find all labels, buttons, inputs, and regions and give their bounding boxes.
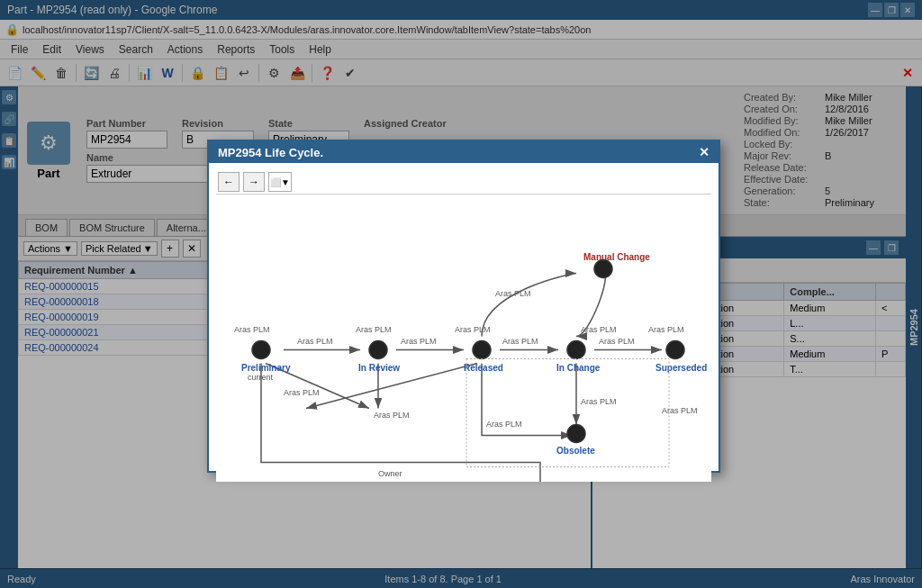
edge-label-1: Aras PLM — [297, 337, 333, 346]
node-inchange[interactable] — [567, 341, 585, 359]
node-superseded[interactable] — [666, 341, 684, 359]
label-released: Released — [464, 363, 503, 373]
label-manualchange: Manual Change — [583, 252, 650, 262]
modal-body: ← → ⬜▼ — [209, 163, 719, 489]
node-released[interactable] — [473, 341, 491, 359]
top-label-2: Aras PLM — [356, 325, 392, 334]
edge-label-owner: Owner — [378, 469, 402, 478]
modal-header: MP2954 Life Cycle. ✕ — [209, 141, 719, 163]
label-current: current — [248, 373, 274, 382]
zoom-icon: ⬜▼ — [270, 177, 290, 187]
node-obsolete[interactable] — [567, 425, 585, 443]
node-preliminary[interactable] — [252, 341, 270, 359]
top-label-5: Aras PLM — [648, 325, 684, 334]
edge-label-8: Aras PLM — [284, 388, 320, 397]
edge-label-7: Aras PLM — [581, 397, 617, 406]
top-label-1: Aras PLM — [234, 325, 270, 334]
node-inreview[interactable] — [369, 341, 387, 359]
lifecycle-modal: MP2954 Life Cycle. ✕ ← → ⬜▼ — [207, 140, 720, 473]
lifecycle-svg: Aras PLM Aras PLM Aras PLM Aras PLM Aras… — [216, 200, 711, 482]
modal-overlay: MP2954 Life Cycle. ✕ ← → ⬜▼ — [0, 0, 922, 588]
edge-label-5: Aras PLM — [495, 289, 531, 298]
label-inreview: In Review — [358, 363, 400, 373]
modal-zoom-btn[interactable]: ⬜▼ — [268, 172, 292, 192]
edge-label-2: Aras PLM — [401, 337, 437, 346]
modal-title: MP2954 Life Cycle. — [218, 146, 323, 159]
modal-nav-back[interactable]: ← — [218, 172, 240, 192]
modal-toolbar: ← → ⬜▼ — [216, 170, 711, 194]
label-superseded: Superseded — [655, 363, 707, 373]
lifecycle-diagram: Aras PLM Aras PLM Aras PLM Aras PLM Aras… — [216, 200, 711, 482]
edge-label-9: Aras PLM — [374, 411, 410, 420]
edge-label-6: Aras PLM — [486, 420, 522, 429]
edge-label-4: Aras PLM — [599, 337, 635, 346]
modal-close-button[interactable]: ✕ — [699, 145, 710, 159]
label-obsolete: Obsolete — [556, 446, 595, 456]
label-inchange: In Change — [556, 363, 601, 373]
top-label-3: Aras PLM — [455, 325, 491, 334]
top-label-prelim: Aras PLM — [662, 406, 698, 415]
top-label-4: Aras PLM — [581, 325, 617, 334]
label-preliminary: Preliminary — [241, 363, 291, 373]
node-manualchange[interactable] — [594, 260, 612, 278]
modal-nav-forward[interactable]: → — [243, 172, 265, 192]
edge-label-3: Aras PLM — [502, 337, 538, 346]
edge-released-manualchange — [482, 274, 576, 337]
